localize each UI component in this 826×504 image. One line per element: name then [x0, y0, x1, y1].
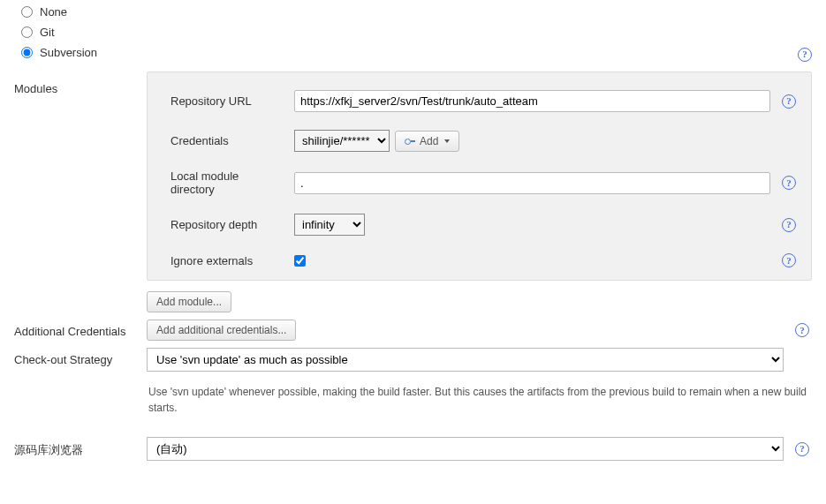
- credentials-select[interactable]: shilinjie/******: [294, 130, 390, 152]
- repository-url-input[interactable]: [294, 90, 770, 112]
- ignore-externals-checkbox[interactable]: [294, 255, 306, 267]
- scm-radio-subversion[interactable]: Subversion: [14, 42, 812, 63]
- repository-depth-label: Repository depth: [171, 218, 285, 231]
- help-icon[interactable]: ?: [782, 218, 796, 232]
- scm-radio-git[interactable]: Git: [14, 22, 812, 42]
- radio-subversion-label: Subversion: [40, 46, 97, 59]
- scm-radio-none[interactable]: None: [14, 2, 812, 22]
- help-icon[interactable]: ?: [795, 323, 809, 337]
- key-icon: [405, 138, 415, 145]
- radio-subversion[interactable]: [21, 47, 33, 58]
- ignore-externals-label: Ignore externals: [171, 254, 285, 267]
- help-icon[interactable]: ?: [782, 253, 796, 267]
- modules-label: Modules: [14, 71, 138, 312]
- local-module-dir-label: Local module directory: [171, 169, 285, 196]
- repository-url-label: Repository URL: [171, 94, 285, 108]
- radio-none[interactable]: [21, 6, 33, 18]
- module-config-box: Repository URL ? Credentials shilinjie/*…: [147, 71, 812, 281]
- checkout-strategy-description: Use 'svn update' whenever possible, maki…: [147, 377, 812, 416]
- radio-git-label: Git: [40, 26, 55, 39]
- help-icon[interactable]: ?: [782, 176, 796, 190]
- checkout-strategy-label: Check-out Strategy: [14, 348, 138, 366]
- help-icon[interactable]: ?: [798, 48, 812, 62]
- add-module-button[interactable]: Add module...: [147, 291, 231, 312]
- add-additional-credentials-button[interactable]: Add additional credentials...: [147, 320, 296, 341]
- radio-none-label: None: [40, 5, 67, 19]
- help-icon[interactable]: ?: [782, 94, 796, 109]
- credentials-label: Credentials: [171, 134, 285, 147]
- checkout-strategy-select[interactable]: Use 'svn update' as much as possible: [147, 348, 784, 372]
- add-credentials-button[interactable]: Add: [395, 131, 459, 152]
- add-button-label: Add: [420, 135, 438, 147]
- repo-browser-select[interactable]: (自动): [147, 437, 784, 461]
- additional-credentials-label: Additional Credentials: [14, 320, 138, 338]
- local-module-dir-input[interactable]: [294, 172, 770, 194]
- help-icon[interactable]: ?: [795, 442, 809, 456]
- repo-browser-label: 源码库浏览器: [14, 437, 138, 458]
- repository-depth-select[interactable]: infinity: [294, 214, 365, 236]
- chevron-down-icon: [444, 139, 450, 143]
- radio-git[interactable]: [21, 26, 33, 38]
